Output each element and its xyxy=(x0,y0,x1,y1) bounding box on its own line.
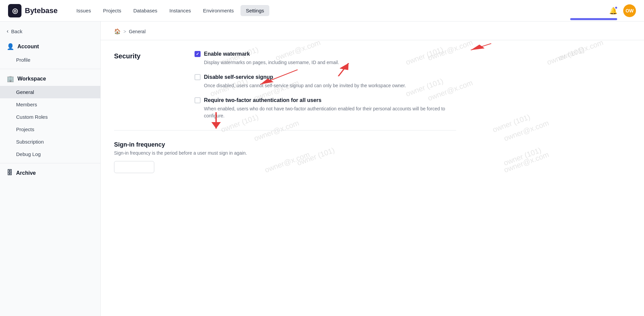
signin-title: Sign-in frequency xyxy=(114,141,456,148)
nav-instances[interactable]: Instances xyxy=(164,5,196,16)
sidebar-section-workspace[interactable]: 🏢 Workspace xyxy=(0,72,100,86)
sidebar: ‹ Back 👤 Account Profile 🏢 Workspace Gen… xyxy=(0,21,101,316)
sidebar-section-account[interactable]: 👤 Account xyxy=(0,40,100,54)
signin-frequency-section: Sign-in frequency Sign-in frequency is t… xyxy=(114,141,456,173)
watermark-checkbox[interactable] xyxy=(195,51,201,57)
nav-settings[interactable]: Settings xyxy=(240,5,269,16)
option-signup-header: Disable self-service signup xyxy=(195,74,456,80)
section-divider xyxy=(114,130,456,130)
twofa-desc: When enabled, users who do not have two-… xyxy=(195,105,456,119)
sidebar-item-subscription[interactable]: Subscription xyxy=(0,136,100,148)
user-avatar[interactable]: OW xyxy=(623,4,636,17)
nav-databases[interactable]: Databases xyxy=(128,5,163,16)
nav-projects[interactable]: Projects xyxy=(98,5,126,16)
account-section-label: Account xyxy=(17,44,39,50)
signin-dropdown[interactable] xyxy=(114,161,154,173)
sidebar-item-custom-roles[interactable]: Custom Roles xyxy=(0,111,100,123)
option-signup: Disable self-service signup Once disable… xyxy=(195,74,456,89)
back-label: Back xyxy=(11,29,22,34)
security-section: Security Enable watermark Display waterm… xyxy=(114,51,456,119)
top-navigation: ◎ Bytebase Issues Projects Databases Ins… xyxy=(0,0,644,21)
main-content: 🏠 > General owner (101)owner@x.comowner … xyxy=(101,21,644,316)
workspace-icon: 🏢 xyxy=(7,75,14,83)
nav-links: Issues Projects Databases Instances Envi… xyxy=(71,5,607,16)
twofa-title: Require two-factor authentication for al… xyxy=(204,97,321,103)
signin-desc: Sign-in frequency is the period before a… xyxy=(114,150,456,156)
main-layout: ‹ Back 👤 Account Profile 🏢 Workspace Gen… xyxy=(0,21,644,316)
back-arrow-icon: ‹ xyxy=(7,28,8,34)
breadcrumb: 🏠 > General xyxy=(101,21,644,40)
breadcrumb-separator: > xyxy=(123,29,126,34)
option-2fa: Require two-factor authentication for al… xyxy=(195,97,456,119)
watermark-title: Enable watermark xyxy=(204,51,250,57)
twofa-checkbox[interactable] xyxy=(195,97,201,103)
logo-area[interactable]: ◎ Bytebase xyxy=(8,4,58,17)
watermark-text: owner@x.com xyxy=(503,150,550,175)
workspace-section-label: Workspace xyxy=(17,76,46,82)
option-watermark: Enable watermark Display watermarks on p… xyxy=(195,51,456,66)
archive-section-label: Archive xyxy=(16,170,36,176)
sidebar-item-members[interactable]: Members xyxy=(0,98,100,111)
progress-bar xyxy=(570,18,617,20)
archive-icon: 🗄 xyxy=(7,169,13,176)
sidebar-divider-2 xyxy=(0,163,100,163)
watermark-text: owner (101) xyxy=(546,45,586,67)
signup-title: Disable self-service signup xyxy=(204,74,273,80)
option-watermark-header: Enable watermark xyxy=(195,51,456,57)
breadcrumb-current: General xyxy=(129,29,146,34)
svg-line-1 xyxy=(471,44,491,50)
watermark-text: owner (101) xyxy=(502,146,542,168)
back-button[interactable]: ‹ Back xyxy=(0,21,100,40)
security-label: Security xyxy=(114,51,168,119)
sidebar-item-profile[interactable]: Profile xyxy=(0,54,100,66)
watermark-text: owner (101) xyxy=(491,113,531,135)
sidebar-section-archive[interactable]: 🗄 Archive xyxy=(0,166,100,180)
nav-right: 🔔 OW xyxy=(607,4,636,17)
security-options: Enable watermark Display watermarks on p… xyxy=(195,51,456,119)
sidebar-item-projects[interactable]: Projects xyxy=(0,123,100,136)
logo-icon: ◎ xyxy=(8,4,21,17)
nav-environments[interactable]: Environments xyxy=(198,5,239,16)
signup-checkbox[interactable] xyxy=(195,74,201,80)
watermark-desc: Display watermarks on pages, including u… xyxy=(195,59,456,66)
app-title: Bytebase xyxy=(25,6,58,15)
signup-desc: Once disabled, users cannot self-service… xyxy=(195,82,456,89)
account-icon: 👤 xyxy=(7,43,14,50)
sidebar-item-debug-log[interactable]: Debug Log xyxy=(0,148,100,160)
watermark-text: owner@x.com xyxy=(557,40,604,62)
breadcrumb-home-icon[interactable]: 🏠 xyxy=(114,28,121,35)
watermark-text: owner@x.com xyxy=(503,118,550,143)
sidebar-item-general[interactable]: General xyxy=(0,86,100,98)
content-area: Security Enable watermark Display waterm… xyxy=(101,40,470,184)
notification-button[interactable]: 🔔 xyxy=(607,5,619,17)
sidebar-divider-1 xyxy=(0,69,100,69)
nav-issues[interactable]: Issues xyxy=(71,5,96,16)
option-2fa-header: Require two-factor authentication for al… xyxy=(195,97,456,103)
notification-dot xyxy=(614,6,618,9)
